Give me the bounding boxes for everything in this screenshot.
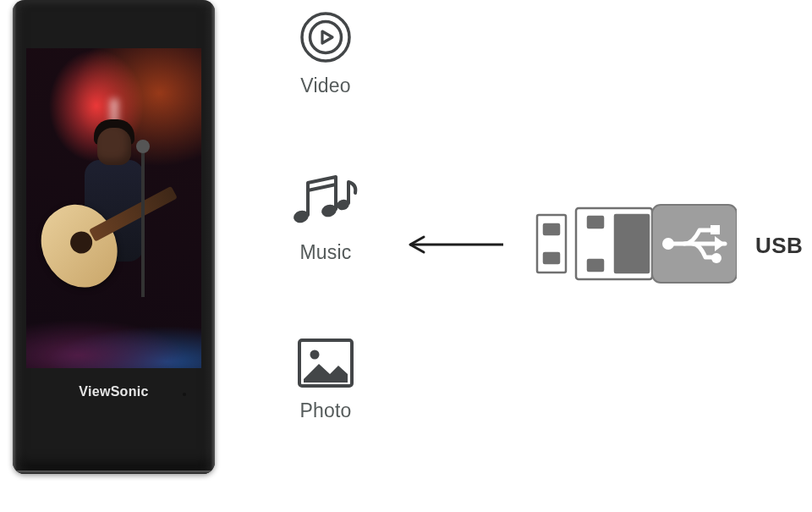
usb-label: USB (755, 233, 803, 259)
media-types-column: Video Music Photo (262, 10, 389, 422)
svg-rect-13 (588, 260, 603, 271)
media-label-photo: Photo (299, 399, 351, 422)
kiosk-screen (26, 48, 201, 368)
svg-point-18 (711, 253, 721, 263)
play-circle-icon (299, 10, 353, 64)
media-item-music: Music (289, 170, 362, 264)
svg-rect-12 (588, 217, 603, 228)
svg-rect-17 (710, 225, 720, 234)
svg-rect-14 (615, 215, 649, 273)
kiosk-body: ViewSonic (13, 0, 215, 474)
svg-point-6 (310, 350, 320, 360)
digital-signage-kiosk: ViewSonic (13, 0, 215, 474)
svg-rect-9 (544, 224, 559, 234)
media-item-video: Video (299, 10, 353, 97)
kiosk-base (13, 471, 215, 474)
svg-rect-10 (544, 253, 559, 263)
media-label-music: Music (299, 241, 351, 264)
kiosk-brand-label: ViewSonic (13, 384, 215, 399)
arrow-left-icon (402, 232, 510, 257)
media-label-video: Video (300, 74, 350, 97)
usb-drive-icon (535, 203, 737, 288)
media-item-photo: Photo (296, 337, 355, 422)
svg-point-1 (310, 22, 342, 53)
image-icon (296, 337, 355, 389)
usb-source: USB (535, 203, 803, 288)
music-notes-icon (289, 170, 362, 231)
kiosk-ir-sensor (183, 393, 186, 396)
